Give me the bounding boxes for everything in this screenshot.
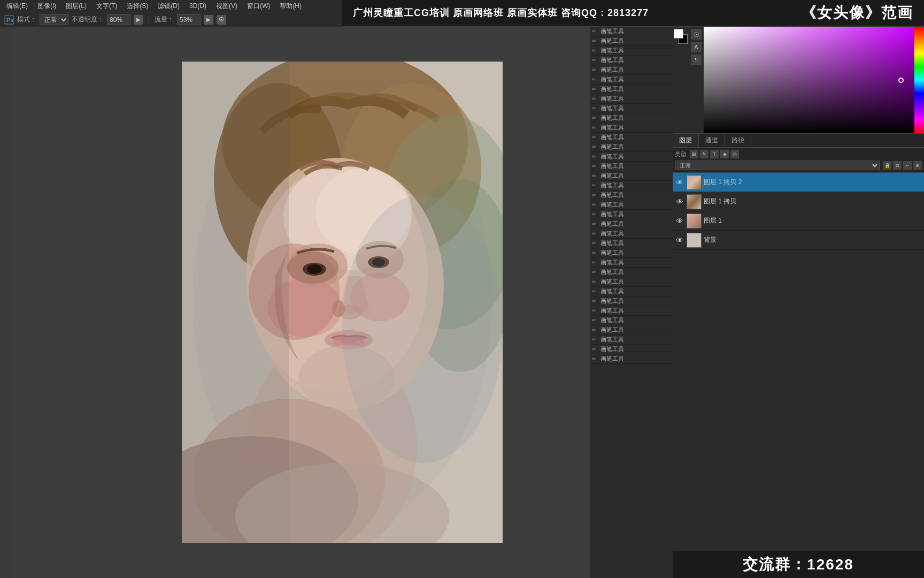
- brush-item-12[interactable]: ✏画笔工具: [590, 142, 673, 152]
- brush-name-6: 画笔工具: [600, 85, 624, 93]
- painting-canvas[interactable]: [182, 62, 503, 543]
- brush-item-8[interactable]: ✏画笔工具: [590, 104, 673, 113]
- canvas-area[interactable]: [12, 27, 673, 578]
- brush-name-10: 画笔工具: [600, 124, 624, 132]
- brush-item-23[interactable]: ✏画笔工具: [590, 248, 673, 258]
- brush-item-7[interactable]: ✏画笔工具: [590, 94, 673, 104]
- brush-item-0[interactable]: ✏画笔工具: [590, 27, 673, 36]
- layer-vis-bg[interactable]: 👁: [676, 236, 684, 245]
- brush-item-5[interactable]: ✏画笔工具: [590, 75, 673, 85]
- brush-item-21[interactable]: ✏画笔工具: [590, 229, 673, 239]
- brush-item-1[interactable]: ✏画笔工具: [590, 36, 673, 46]
- brush-item-22[interactable]: ✏画笔工具: [590, 239, 673, 248]
- layer-item-bg[interactable]: 👁 背景: [673, 231, 924, 250]
- brush-item-9[interactable]: ✏画笔工具: [590, 113, 673, 123]
- move-lock-icon[interactable]: ↔: [903, 161, 912, 170]
- brush-item-26[interactable]: ✏画笔工具: [590, 277, 673, 287]
- filter-kind-icon[interactable]: ⊞: [690, 150, 698, 158]
- menu-help[interactable]: 帮助(H): [275, 1, 306, 12]
- layer-item-copy2[interactable]: 👁 图层 1 拷贝 2: [673, 173, 924, 192]
- all-lock-icon[interactable]: ⊕: [913, 161, 922, 170]
- tab-channels[interactable]: 通道: [699, 134, 725, 147]
- menu-bar: 编辑(E) 图像(I) 图层(L) 文字(T) 选择(S) 滤镜(D) 3D(D…: [0, 0, 342, 12]
- brush-item-20[interactable]: ✏画笔工具: [590, 219, 673, 229]
- brush-name-3: 画笔工具: [600, 56, 624, 64]
- brush-item-32[interactable]: ✏画笔工具: [590, 335, 673, 345]
- layers-panel: ⊡ A ¶ 图层 通道 路径 类型 ⊞ ✎ T ◈ ◎: [673, 27, 924, 578]
- brush-item-15[interactable]: ✏画笔工具: [590, 171, 673, 181]
- menu-text[interactable]: 文字(T): [92, 1, 121, 12]
- layer-name-copy1: 图层 1 拷贝: [704, 197, 736, 206]
- layer-vis-copy1[interactable]: 👁: [676, 197, 684, 206]
- hue-strip[interactable]: [914, 27, 924, 133]
- brush-item-18[interactable]: ✏画笔工具: [590, 200, 673, 210]
- brush-item-31[interactable]: ✏画笔工具: [590, 325, 673, 335]
- brush-item-17[interactable]: ✏画笔工具: [590, 191, 673, 200]
- brush-pencil-icon-31: ✏: [592, 327, 598, 333]
- brush-pencil-icon-2: ✏: [592, 48, 598, 54]
- brush-item-34[interactable]: ✏画笔工具: [590, 354, 673, 364]
- layer-vis-1[interactable]: 👁: [676, 217, 684, 225]
- color-tool-3[interactable]: ¶: [691, 55, 702, 65]
- layer-item-copy1[interactable]: 👁 图层 1 拷贝: [673, 192, 924, 211]
- brush-item-4[interactable]: ✏画笔工具: [590, 65, 673, 75]
- brush-item-25[interactable]: ✏画笔工具: [590, 268, 673, 277]
- opacity-toggle-icon[interactable]: ▶: [134, 15, 143, 25]
- menu-layer[interactable]: 图层(L): [61, 1, 91, 12]
- filter-text-icon[interactable]: T: [710, 150, 719, 158]
- brush-pencil-icon-28: ✏: [592, 298, 598, 305]
- brush-item-10[interactable]: ✏画笔工具: [590, 123, 673, 133]
- brush-item-6[interactable]: ✏画笔工具: [590, 85, 673, 94]
- brush-pencil-icon-34: ✏: [592, 356, 598, 362]
- brush-pencil-icon-7: ✏: [592, 96, 598, 102]
- brush-item-14[interactable]: ✏画笔工具: [590, 162, 673, 171]
- menu-image[interactable]: 图像(I): [33, 1, 60, 12]
- menu-view[interactable]: 视图(V): [212, 1, 242, 12]
- opacity-label: 不透明度：: [72, 15, 104, 24]
- foreground-swatch[interactable]: [674, 29, 683, 39]
- layer-thumb-copy1: [687, 194, 702, 209]
- lock-icon[interactable]: 🔒: [883, 161, 891, 170]
- color-tool-2[interactable]: A: [691, 42, 702, 52]
- blend-mode-select[interactable]: 正常: [675, 161, 880, 170]
- layer-item-1[interactable]: 👁 图层 1: [673, 211, 924, 231]
- color-tool-1[interactable]: ⊡: [691, 29, 702, 40]
- color-section: ⊡ A ¶: [673, 27, 924, 134]
- menu-window[interactable]: 窗口(W): [243, 1, 274, 12]
- brush-item-33[interactable]: ✏画笔工具: [590, 345, 673, 354]
- brush-item-13[interactable]: ✏画笔工具: [590, 152, 673, 162]
- brush-item-29[interactable]: ✏画笔工具: [590, 306, 673, 316]
- flow-input[interactable]: [177, 14, 201, 25]
- brush-pencil-icon-16: ✏: [592, 182, 598, 189]
- color-picker-gradient[interactable]: [704, 27, 914, 133]
- menu-3d[interactable]: 3D(D): [185, 1, 211, 11]
- mode-select[interactable]: 正常: [40, 14, 68, 25]
- menu-edit[interactable]: 编辑(E): [2, 1, 32, 12]
- banner-subtitle: 《女头像》范画: [801, 3, 913, 23]
- opacity-lock-icon[interactable]: ⧉: [893, 161, 902, 170]
- filter-shape-icon[interactable]: ◈: [720, 150, 729, 158]
- opacity-input[interactable]: [107, 14, 130, 25]
- brush-item-28[interactable]: ✏画笔工具: [590, 296, 673, 306]
- tab-layers[interactable]: 图层: [673, 134, 699, 147]
- brush-item-16[interactable]: ✏画笔工具: [590, 181, 673, 191]
- airbrush-icon[interactable]: ⦿: [217, 15, 226, 25]
- flow-toggle-icon[interactable]: ▶: [204, 15, 213, 25]
- brush-name-30: 画笔工具: [600, 316, 624, 324]
- brush-item-19[interactable]: ✏画笔工具: [590, 210, 673, 219]
- brush-item-24[interactable]: ✏画笔工具: [590, 258, 673, 268]
- filter-smart-icon[interactable]: ◎: [730, 150, 739, 158]
- layer-vis-copy2[interactable]: 👁: [676, 178, 684, 187]
- tab-paths[interactable]: 路径: [725, 134, 751, 147]
- brush-name-17: 画笔工具: [600, 191, 624, 199]
- brush-item-11[interactable]: ✏画笔工具: [590, 133, 673, 142]
- brush-item-2[interactable]: ✏画笔工具: [590, 46, 673, 56]
- menu-filter[interactable]: 滤镜(D): [153, 1, 184, 12]
- menu-select[interactable]: 选择(S): [122, 1, 152, 12]
- filter-adj-icon[interactable]: ✎: [700, 150, 709, 158]
- brush-item-30[interactable]: ✏画笔工具: [590, 316, 673, 325]
- brush-name-20: 画笔工具: [600, 220, 624, 228]
- brush-item-3[interactable]: ✏画笔工具: [590, 56, 673, 65]
- brush-item-27[interactable]: ✏画笔工具: [590, 287, 673, 296]
- flow-label: 流量：: [155, 15, 174, 24]
